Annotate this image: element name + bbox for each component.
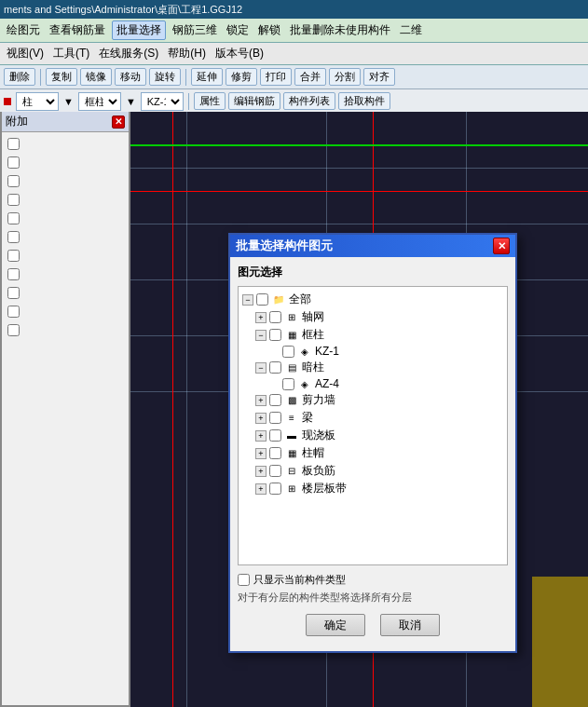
check-az4[interactable] — [282, 378, 294, 390]
expand-slab-rebar[interactable]: + — [255, 466, 267, 477]
check-beam[interactable] — [269, 412, 281, 424]
tree-node-kz1[interactable]: ◈ KZ-1 — [242, 344, 503, 359]
check-all[interactable] — [256, 293, 268, 306]
check-shear-wall[interactable] — [269, 394, 281, 406]
check-col-cap[interactable] — [269, 447, 281, 459]
expand-axis[interactable]: + — [255, 312, 267, 323]
expand-slab[interactable]: + — [255, 430, 267, 442]
tree-node-floor-band[interactable]: + ⊞ 楼层板带 — [242, 480, 503, 497]
left-panel-close[interactable]: ✕ — [112, 116, 125, 129]
menu-batch-select[interactable]: 批量选择 — [112, 20, 166, 40]
subtype-select[interactable]: 框柱 — [78, 92, 121, 111]
expand-all[interactable]: − — [242, 294, 253, 306]
sep3 — [188, 93, 189, 110]
dialog-buttons: 确定 取消 — [238, 614, 508, 644]
menu-online-s[interactable]: 在线服务(S) — [96, 45, 161, 62]
check-kz1[interactable] — [282, 346, 294, 358]
menu-view-v[interactable]: 视图(V) — [4, 45, 47, 62]
menu-batch-delete[interactable]: 批量删除未使用构件 — [287, 21, 393, 39]
panel-checkbox-4[interactable] — [7, 194, 20, 206]
btn-merge[interactable]: 合并 — [294, 68, 326, 86]
tree-node-all[interactable]: − 📁 全部 — [242, 291, 503, 308]
panel-checkbox-10[interactable] — [7, 306, 20, 318]
label-col-cap: 柱帽 — [302, 445, 324, 461]
expand-beam[interactable]: + — [255, 413, 267, 424]
expand-shear-wall[interactable]: + — [255, 395, 267, 406]
panel-checkbox-1[interactable] — [7, 138, 20, 150]
btn-pick-member[interactable]: 拾取构件 — [338, 92, 390, 110]
panel-checkbox-2[interactable] — [7, 156, 20, 169]
dialog-cancel-button[interactable]: 取消 — [380, 614, 440, 636]
btn-delete[interactable]: 删除 — [4, 68, 35, 86]
check-hidden-col[interactable] — [269, 361, 281, 374]
btn-copy[interactable]: 复制 — [46, 68, 77, 86]
menu-rebar-3d[interactable]: 钢筋三维 — [170, 21, 220, 39]
type-select[interactable]: 柱 — [16, 92, 59, 111]
footer-checkbox[interactable] — [238, 574, 250, 586]
dialog-ok-button[interactable]: 确定 — [306, 614, 365, 636]
panel-checkbox-5[interactable] — [7, 212, 20, 224]
tree-node-col-cap[interactable]: + ▦ 柱帽 — [242, 444, 503, 462]
type-label: ▼ — [63, 96, 74, 107]
expand-frame-col[interactable]: − — [255, 330, 267, 341]
panel-row-7 — [6, 248, 125, 264]
btn-member-list[interactable]: 构件列表 — [283, 92, 335, 110]
dialog-close-button[interactable]: ✕ — [493, 238, 510, 254]
tree-node-beam[interactable]: + ≡ 梁 — [242, 409, 503, 427]
panel-checkbox-9[interactable] — [7, 287, 20, 299]
btn-property[interactable]: 属性 — [194, 92, 226, 110]
panel-checkbox-3[interactable] — [7, 175, 20, 187]
tree-node-axis[interactable]: + ⊞ 轴网 — [242, 308, 503, 326]
panel-checkbox-6[interactable] — [7, 231, 20, 243]
menu-view-rebar[interactable]: 查看钢筋量 — [47, 21, 108, 39]
check-axis[interactable] — [269, 311, 281, 323]
tree-node-az4[interactable]: ◈ AZ-4 — [242, 376, 503, 391]
btn-mirror[interactable]: 镜像 — [80, 68, 112, 86]
menu-lock[interactable]: 锁定 — [224, 21, 252, 39]
btn-align[interactable]: 对齐 — [363, 68, 395, 86]
tree-node-hidden-col[interactable]: − ▤ 暗柱 — [242, 359, 503, 376]
expand-col-cap[interactable]: + — [255, 448, 267, 459]
label-axis: 轴网 — [302, 309, 324, 325]
btn-move[interactable]: 移动 — [115, 68, 146, 86]
btn-split[interactable]: 分割 — [329, 68, 361, 86]
menu-tools-t[interactable]: 工具(T) — [50, 45, 92, 62]
btn-modify[interactable]: 修剪 — [226, 68, 257, 86]
az4-icon: ◈ — [297, 377, 312, 390]
kz1-icon: ◈ — [297, 345, 312, 358]
panel-row-3 — [6, 173, 125, 189]
menu-help-h[interactable]: 帮助(H) — [165, 45, 209, 62]
btn-extend[interactable]: 延伸 — [191, 68, 223, 86]
tree-node-frame-col[interactable]: − ▦ 框柱 — [242, 326, 503, 344]
tree-node-shear-wall[interactable]: + ▩ 剪力墙 — [242, 391, 503, 409]
btn-print[interactable]: 打印 — [260, 68, 292, 86]
id-select[interactable]: KZ-1 — [141, 92, 184, 111]
check-slab[interactable] — [269, 429, 281, 442]
frame-col-icon: ▦ — [284, 329, 299, 342]
menubar-2: 视图(V) 工具(T) 在线服务(S) 帮助(H) 版本号(B) — [0, 43, 588, 65]
dialog-section-label: 图元选择 — [238, 265, 508, 280]
menu-unlock[interactable]: 解锁 — [255, 21, 283, 39]
panel-checkbox-7[interactable] — [7, 250, 20, 262]
grid-icon: ⊞ — [284, 311, 299, 324]
btn-edit-rebar[interactable]: 编辑钢筋 — [228, 92, 280, 110]
check-floor-band[interactable] — [269, 483, 281, 495]
panel-checkbox-11[interactable] — [7, 324, 20, 336]
grid-v-2 — [186, 112, 187, 707]
expand-hidden-col[interactable]: − — [255, 362, 267, 374]
menu-plot[interactable]: 绘图元 — [4, 21, 43, 39]
panel-checkbox-8[interactable] — [7, 268, 20, 280]
btn-rotate[interactable]: 旋转 — [149, 68, 181, 86]
check-slab-rebar[interactable] — [269, 465, 281, 477]
toolbar-edit: 删除 复制 镜像 移动 旋转 延伸 修剪 打印 合并 分割 对齐 — [0, 65, 588, 89]
tree-node-slab-rebar[interactable]: + ⊟ 板负筋 — [242, 462, 503, 480]
dialog-footer-check: 只显示当前构件类型 — [238, 573, 508, 587]
left-panel-content — [2, 132, 129, 705]
tree-node-slab[interactable]: + ▬ 现浇板 — [242, 427, 503, 444]
dialog-footer-note: 对于有分层的构件类型将选择所有分层 — [238, 591, 508, 605]
panel-row-5 — [6, 211, 125, 226]
check-frame-col[interactable] — [269, 329, 281, 341]
menu-2d[interactable]: 二维 — [397, 21, 425, 39]
expand-floor-band[interactable]: + — [255, 483, 267, 495]
menu-version-b[interactable]: 版本号(B) — [212, 45, 267, 62]
